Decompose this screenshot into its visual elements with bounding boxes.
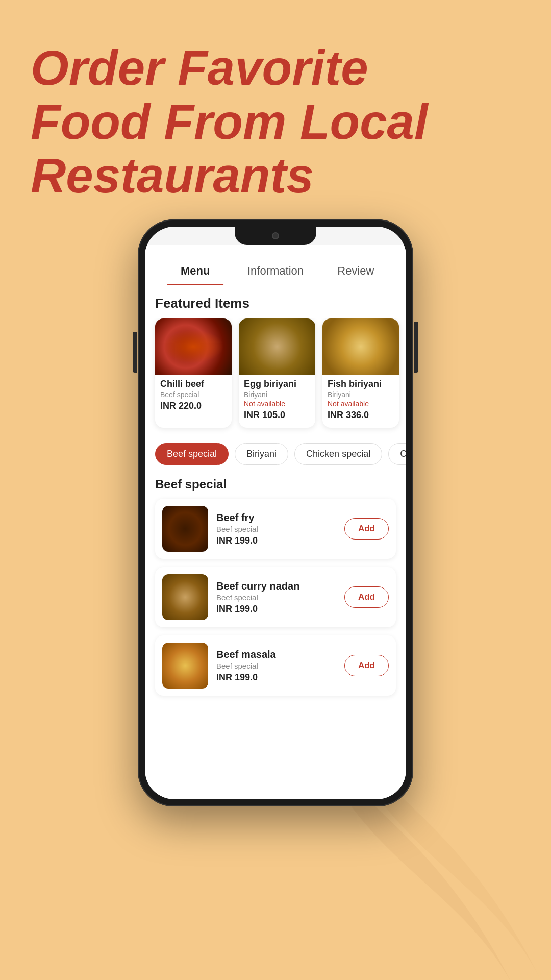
beef-fry-info: Beef fry Beef special INR 199.0: [216, 512, 336, 546]
egg-biriyani-image: [239, 318, 315, 375]
tab-bar: Menu Information Review: [145, 255, 406, 285]
category-chinese[interactable]: Chinese: [388, 443, 406, 465]
beef-fry-name: Beef fry: [216, 512, 336, 524]
chilli-beef-price: INR 220.0: [160, 401, 227, 411]
beef-curry-image: [162, 574, 208, 620]
camera: [272, 232, 279, 239]
chilli-beef-name: Chilli beef: [160, 379, 227, 389]
beef-fry-price: INR 199.0: [216, 535, 336, 546]
beef-masala-info: Beef masala Beef special INR 199.0: [216, 649, 336, 683]
egg-biriyani-name: Egg biriyani: [244, 379, 310, 389]
menu-item-beef-curry[interactable]: Beef curry nadan Beef special INR 199.0 …: [155, 567, 396, 627]
menu-section-title: Beef special: [155, 477, 396, 492]
fish-biriyani-price: INR 336.0: [328, 410, 394, 421]
hero-title-block: Order Favorite Food From Local Restauran…: [31, 41, 520, 203]
chilli-beef-subtitle: Beef special: [160, 390, 227, 399]
phone-mockup: Menu Information Review Featured Items C…: [138, 219, 413, 806]
featured-card-fish-biriyani[interactable]: Fish biriyani Biriyani Not available INR…: [322, 318, 399, 428]
category-beef-special[interactable]: Beef special: [155, 443, 229, 465]
menu-section: Beef special Beef fry Beef special INR 1…: [145, 470, 406, 696]
tab-menu[interactable]: Menu: [155, 255, 235, 285]
tab-review[interactable]: Review: [316, 255, 396, 285]
tab-information[interactable]: Information: [235, 255, 315, 285]
menu-item-beef-masala[interactable]: Beef masala Beef special INR 199.0 Add: [155, 635, 396, 696]
beef-masala-price: INR 199.0: [216, 672, 336, 683]
fish-biriyani-name: Fish biriyani: [328, 379, 394, 389]
beef-masala-image: [162, 643, 208, 689]
beef-curry-name: Beef curry nadan: [216, 580, 336, 592]
beef-fry-add-button[interactable]: Add: [344, 518, 389, 540]
category-filter-row: Beef special Biriyani Chicken special Ch…: [145, 438, 406, 470]
category-biriyani[interactable]: Biriyani: [235, 443, 288, 465]
beef-fry-subtitle: Beef special: [216, 525, 336, 533]
egg-biriyani-subtitle: Biriyani: [244, 390, 310, 399]
beef-masala-subtitle: Beef special: [216, 662, 336, 670]
phone-notch: [235, 227, 316, 245]
beef-fry-image: [162, 506, 208, 552]
fish-biriyani-subtitle: Biriyani: [328, 390, 394, 399]
chilli-beef-image: [155, 318, 232, 375]
fish-biriyani-status: Not available: [328, 400, 394, 408]
featured-items-row: Chilli beef Beef special INR 220.0 Egg b…: [145, 318, 406, 438]
hero-title: Order Favorite Food From Local Restauran…: [31, 41, 520, 203]
category-chicken-special[interactable]: Chicken special: [294, 443, 382, 465]
menu-item-beef-fry[interactable]: Beef fry Beef special INR 199.0 Add: [155, 499, 396, 559]
egg-biriyani-price: INR 105.0: [244, 410, 310, 421]
beef-curry-subtitle: Beef special: [216, 593, 336, 602]
fish-biriyani-image: [322, 318, 399, 375]
beef-curry-price: INR 199.0: [216, 604, 336, 615]
beef-curry-add-button[interactable]: Add: [344, 586, 389, 608]
beef-curry-info: Beef curry nadan Beef special INR 199.0: [216, 580, 336, 615]
featured-card-egg-biriyani[interactable]: Egg biriyani Biriyani Not available INR …: [239, 318, 315, 428]
featured-section-title: Featured Items: [145, 285, 406, 318]
screen-content: Menu Information Review Featured Items C…: [145, 245, 406, 799]
beef-masala-add-button[interactable]: Add: [344, 655, 389, 676]
egg-biriyani-status: Not available: [244, 400, 310, 408]
featured-card-chilli-beef[interactable]: Chilli beef Beef special INR 220.0: [155, 318, 232, 428]
beef-masala-name: Beef masala: [216, 649, 336, 660]
